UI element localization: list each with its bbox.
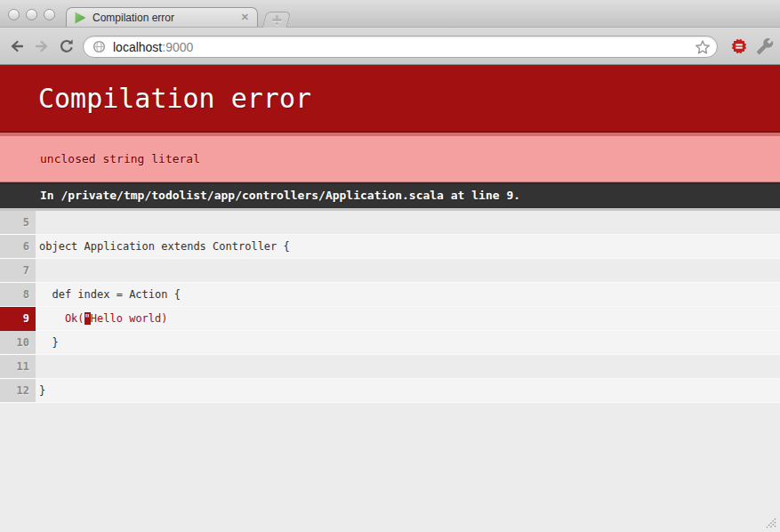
bookmark-star-button[interactable] [695,39,711,55]
page-title: Compilation error [0,65,780,133]
star-outline-icon [695,39,711,55]
code-after-marker: Hello world) [91,312,168,325]
line-code: } [36,379,780,403]
source-line-8: 8 def index = Action { [0,283,780,307]
tools-menu-button[interactable] [755,37,775,55]
line-code [36,355,780,379]
url-port: :9000 [162,40,193,54]
line-code: Ok("Hello world) [36,307,780,331]
line-number: 7 [0,259,36,283]
tab-close-icon[interactable]: ✕ [241,12,249,22]
page-viewport: Compilation error unclosed string litera… [0,65,780,532]
address-bar[interactable]: localhost :9000 [83,36,718,58]
line-code: def index = Action { [36,283,780,307]
error-location: In /private/tmp/todolist/app/controllers… [0,182,780,208]
reload-button[interactable] [56,36,77,57]
play-favicon-icon [75,12,86,24]
window-controls [8,9,55,20]
source-code: 5 6 object Application extends Controlle… [0,208,780,403]
line-number: 8 [0,283,36,307]
browser-tab[interactable]: Compilation error ✕ [66,7,258,27]
browser-window: Compilation error ✕ [0,0,780,532]
fat-plus-icon [271,15,281,25]
browser-titlebar: Compilation error ✕ [0,0,780,28]
new-tab-button[interactable] [262,12,291,28]
url-host: localhost [113,40,162,54]
source-line-10: 10 } [0,331,780,355]
browser-toolbar: localhost :9000 [0,28,780,65]
code-before-marker: Ok( [39,312,84,325]
red-seal-icon [730,37,748,55]
line-number: 9 [0,307,36,331]
line-code: } [36,331,780,355]
line-number: 10 [0,331,36,355]
window-zoom-button[interactable] [44,9,55,20]
forward-button[interactable] [31,36,52,57]
source-line-12: 12 } [0,379,780,403]
line-code [36,211,780,235]
window-minimize-button[interactable] [26,9,37,20]
back-button[interactable] [6,36,28,57]
extension-badge-button[interactable] [729,37,749,55]
reload-icon [59,38,75,54]
source-line-5: 5 [0,211,780,235]
forward-arrow-icon [34,38,50,54]
line-code: object Application extends Controller { [36,235,780,259]
back-arrow-icon [9,38,25,54]
error-marker: " [84,312,91,325]
resize-grip[interactable] [763,515,777,529]
line-code [36,259,780,283]
line-number: 12 [0,379,36,403]
wrench-icon [756,37,774,55]
line-number: 11 [0,355,36,379]
source-line-11: 11 [0,355,780,379]
globe-icon [92,39,107,54]
diagonal-grip-icon [763,515,777,529]
source-line-9-error: 9 Ok("Hello world) [0,307,780,331]
source-line-6: 6 object Application extends Controller … [0,235,780,259]
line-number: 5 [0,211,36,235]
line-number: 6 [0,235,36,259]
source-line-7: 7 [0,259,780,283]
window-close-button[interactable] [8,9,20,20]
error-detail: unclosed string literal [0,133,780,182]
tab-title: Compilation error [92,12,241,24]
